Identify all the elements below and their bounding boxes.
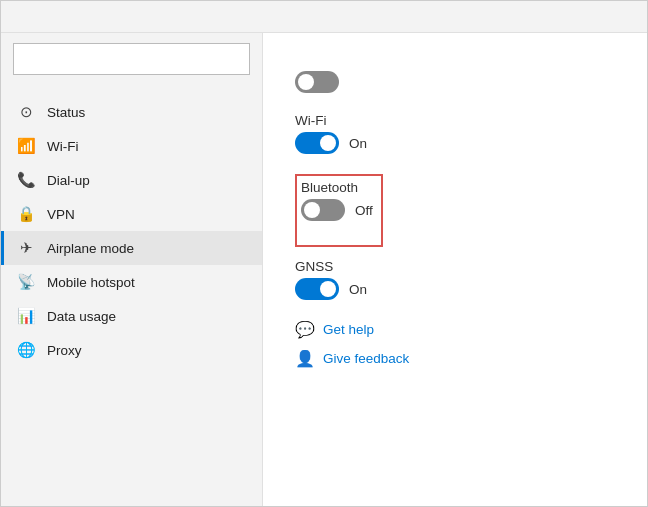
toggle-label-bluetooth: Off: [355, 203, 373, 218]
nav-icon-hotspot: 📡: [17, 273, 35, 291]
sidebar-item-wifi[interactable]: 📶 Wi-Fi: [1, 129, 262, 163]
sidebar-item-airplane[interactable]: ✈ Airplane mode: [1, 231, 262, 265]
nav-icon-vpn: 🔒: [17, 205, 35, 223]
link-icon-help: 💬: [295, 320, 315, 339]
toggle-row-gnss: On: [295, 278, 615, 300]
toggle-knob-gnss: [320, 281, 336, 297]
search-box[interactable]: [13, 43, 250, 75]
link-feedback[interactable]: Give feedback: [323, 351, 409, 366]
link-icon-feedback: 👤: [295, 349, 315, 368]
link-row-help: 💬 Get help: [295, 320, 615, 339]
nav-icon-dialup: 📞: [17, 171, 35, 189]
device-label-gnss: GNSS: [295, 259, 615, 274]
links-list: 💬 Get help 👤 Give feedback: [295, 320, 615, 368]
search-input[interactable]: [22, 52, 241, 67]
content-area: Wi-FiOnBluetoothOffGNSSOn 💬 Get help 👤 G…: [263, 33, 647, 506]
sidebar-item-proxy[interactable]: 🌐 Proxy: [1, 333, 262, 367]
toggle-gnss[interactable]: [295, 278, 339, 300]
nav-label-wifi: Wi-Fi: [47, 139, 78, 154]
sidebar-item-datausage[interactable]: 📊 Data usage: [1, 299, 262, 333]
toggle-wifi[interactable]: [295, 132, 339, 154]
settings-window: ⊙ Status 📶 Wi-Fi 📞 Dial-up 🔒 VPN ✈ Airpl…: [0, 0, 648, 507]
devices-list: Wi-FiOnBluetoothOffGNSSOn: [295, 113, 615, 300]
device-label-bluetooth: Bluetooth: [301, 180, 373, 195]
sidebar-item-hotspot[interactable]: 📡 Mobile hotspot: [1, 265, 262, 299]
titlebar-left: [13, 15, 31, 19]
toggle-row-bluetooth: Off: [301, 199, 373, 221]
minimize-button[interactable]: [497, 1, 543, 33]
airplane-toggle[interactable]: [295, 71, 339, 93]
main-layout: ⊙ Status 📶 Wi-Fi 📞 Dial-up 🔒 VPN ✈ Airpl…: [1, 33, 647, 506]
nav-label-dialup: Dial-up: [47, 173, 90, 188]
nav-label-hotspot: Mobile hotspot: [47, 275, 135, 290]
toggle-knob-bluetooth: [304, 202, 320, 218]
device-label-wifi: Wi-Fi: [295, 113, 615, 128]
sidebar: ⊙ Status 📶 Wi-Fi 📞 Dial-up 🔒 VPN ✈ Airpl…: [1, 33, 263, 506]
nav-icon-wifi: 📶: [17, 137, 35, 155]
toggle-row-wifi: On: [295, 132, 615, 154]
titlebar: [1, 1, 647, 33]
nav-label-status: Status: [47, 105, 85, 120]
links-section: 💬 Get help 👤 Give feedback: [295, 320, 615, 368]
link-row-feedback: 👤 Give feedback: [295, 349, 615, 368]
link-help[interactable]: Get help: [323, 322, 374, 337]
toggle-label-wifi: On: [349, 136, 367, 151]
airplane-toggle-knob: [298, 74, 314, 90]
toggle-label-gnss: On: [349, 282, 367, 297]
bluetooth-highlight-box: BluetoothOff: [295, 174, 383, 247]
window-controls: [497, 1, 635, 33]
nav-label-airplane: Airplane mode: [47, 241, 134, 256]
toggle-bluetooth[interactable]: [301, 199, 345, 221]
toggle-knob-wifi: [320, 135, 336, 151]
airplane-toggle-row: [295, 71, 615, 93]
maximize-button[interactable]: [543, 1, 589, 33]
nav-list: ⊙ Status 📶 Wi-Fi 📞 Dial-up 🔒 VPN ✈ Airpl…: [1, 95, 262, 367]
sidebar-heading: [1, 83, 262, 95]
nav-label-vpn: VPN: [47, 207, 75, 222]
sidebar-item-status[interactable]: ⊙ Status: [1, 95, 262, 129]
nav-icon-datausage: 📊: [17, 307, 35, 325]
close-button[interactable]: [589, 1, 635, 33]
sidebar-item-vpn[interactable]: 🔒 VPN: [1, 197, 262, 231]
nav-label-datausage: Data usage: [47, 309, 116, 324]
nav-icon-status: ⊙: [17, 103, 35, 121]
back-button[interactable]: [13, 15, 21, 19]
nav-icon-airplane: ✈: [17, 239, 35, 257]
sidebar-item-dialup[interactable]: 📞 Dial-up: [1, 163, 262, 197]
nav-icon-proxy: 🌐: [17, 341, 35, 359]
nav-label-proxy: Proxy: [47, 343, 82, 358]
